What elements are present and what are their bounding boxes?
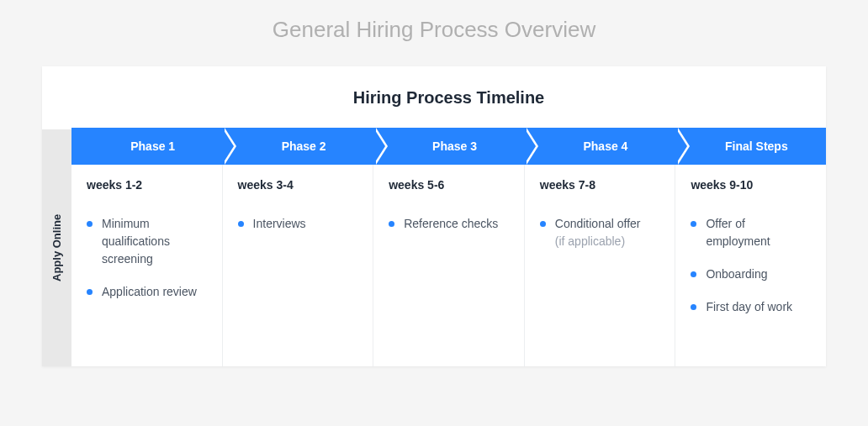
phase-item: Interviews [238, 215, 358, 233]
phase-item-sub: (if applicable) [555, 233, 660, 250]
page-title: General Hiring Process Overview [42, 17, 826, 43]
phase-item: Minimum qualifications screening [87, 215, 207, 268]
weeks-label: weeks 5-6 [389, 178, 509, 192]
weeks-label: weeks 9-10 [691, 178, 811, 192]
phase-item: Application review [87, 283, 207, 301]
phase-item-text: Conditional offer [555, 217, 641, 230]
phase-headers-row: Phase 1 Phase 2 Phase 3 Phase 4 Final St… [71, 128, 826, 165]
phase-items: Reference checks [389, 215, 509, 233]
weeks-label: weeks 1-2 [87, 178, 207, 192]
phase-header: Final Steps [675, 128, 826, 165]
card-title: Hiring Process Timeline [71, 66, 826, 128]
phase-item: Conditional offer(if applicable) [540, 215, 660, 250]
apply-online-label: Apply Online [42, 129, 71, 366]
phase-item: Offer of employment [691, 215, 811, 250]
phase-header: Phase 2 [222, 128, 373, 165]
phase-header: Phase 1 [71, 128, 222, 165]
phase-columns-row: weeks 1-2 Minimum qualifications screeni… [71, 165, 826, 366]
timeline-main: Hiring Process Timeline Phase 1 Phase 2 … [71, 66, 826, 366]
weeks-label: weeks 3-4 [238, 178, 358, 192]
phase-items: Interviews [238, 215, 358, 233]
timeline-card: Apply Online Hiring Process Timeline Pha… [42, 66, 826, 366]
phase-column: weeks 9-10 Offer of employment Onboardin… [675, 165, 826, 366]
phase-items: Minimum qualifications screening Applica… [87, 215, 207, 301]
phase-item: First day of work [691, 298, 811, 316]
phase-items: Offer of employment Onboarding First day… [691, 215, 811, 316]
phase-header: Phase 3 [373, 128, 524, 165]
phase-header: Phase 4 [524, 128, 675, 165]
phase-column: weeks 7-8 Conditional offer(if applicabl… [525, 165, 676, 366]
phase-items: Conditional offer(if applicable) [540, 215, 660, 250]
weeks-label: weeks 7-8 [540, 178, 660, 192]
phase-column: weeks 3-4 Interviews [223, 165, 374, 366]
phase-column: weeks 5-6 Reference checks [373, 165, 525, 366]
phase-column: weeks 1-2 Minimum qualifications screeni… [71, 165, 223, 366]
phase-item: Onboarding [691, 266, 811, 283]
phase-item: Reference checks [389, 215, 509, 233]
